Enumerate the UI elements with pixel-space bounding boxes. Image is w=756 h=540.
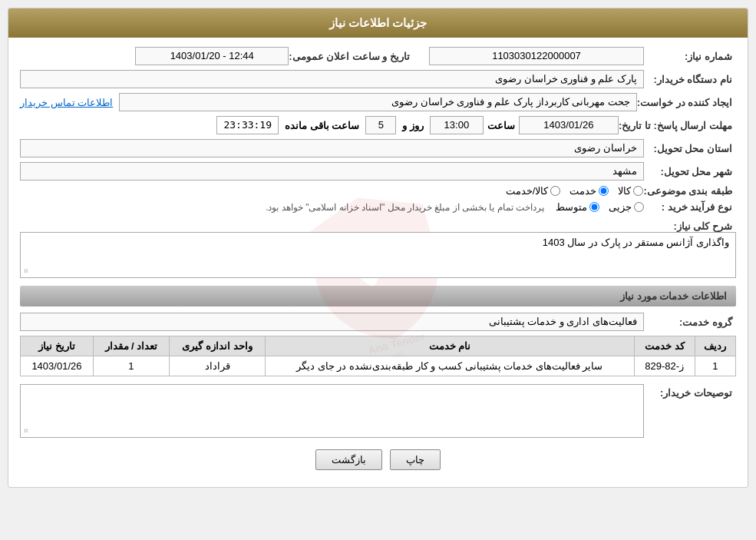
need-number-value: 1103030122000007 xyxy=(429,47,644,65)
service-group-value: فعالیت‌های اداری و خدمات پشتیبانی xyxy=(20,313,644,331)
table-row: 1 ز-82-829 سایر فعالیت‌های خدمات پشتیبان… xyxy=(21,356,736,376)
province-row: استان محل تحویل: خراسان رضوی xyxy=(20,139,736,157)
cell-service-code: ز-82-829 xyxy=(634,356,695,376)
col-quantity: تعداد / مقدار xyxy=(93,336,169,356)
purchase-type-jozi-label: جزیی xyxy=(609,201,632,213)
province-label: استان محل تحویل: xyxy=(644,143,736,154)
city-label: شهر محل تحویل: xyxy=(644,166,736,177)
category-row: طبقه بندی موضوعی: کالا خدمت کالا/خدمت xyxy=(20,185,736,197)
purchase-type-row: نوع فرآیند خرید : جزیی متوسط پرداخت تمام… xyxy=(20,201,736,213)
cell-row-num: 1 xyxy=(695,356,735,376)
province-value: خراسان رضوی xyxy=(20,139,644,157)
category-khedmat-label: خدمت xyxy=(569,185,596,197)
creator-row: ایجاد کننده در خواست: جحت مهربانی کاربرد… xyxy=(20,93,736,111)
action-buttons: چاپ بازگشت xyxy=(20,449,736,470)
purchase-type-motavasset-label: متوسط xyxy=(556,201,587,213)
buyer-org-value: پارک علم و فناوری خراسان رضوی xyxy=(20,70,644,88)
col-unit: واحد اندازه گیری xyxy=(170,336,266,356)
remaining-time-label-text: ساعت باقی مانده xyxy=(285,120,359,131)
purchase-type-note: پرداخت تمام یا بخشی از مبلغ خریدار محل "… xyxy=(266,202,544,213)
service-group-label: گروه خدمت: xyxy=(644,316,736,328)
category-option-kala-khedmat[interactable]: کالا/خدمت xyxy=(506,185,561,197)
remaining-days-value: 5 xyxy=(365,116,396,134)
category-kala-label: کالا xyxy=(618,185,631,197)
services-section-header: اطلاعات خدمات مورد نیاز xyxy=(20,286,736,306)
print-button[interactable]: چاپ xyxy=(390,449,441,470)
need-number-row: شماره نیاز: 1103030122000007 تاریخ و ساع… xyxy=(20,47,736,65)
remaining-days-label: روز و xyxy=(402,120,424,131)
category-label: طبقه بندی موضوعی: xyxy=(643,185,736,197)
category-option-khedmat[interactable]: خدمت xyxy=(569,185,609,197)
col-row-num: ردیف xyxy=(695,336,735,356)
col-need-date: تاریخ نیاز xyxy=(21,336,94,356)
deadline-label: مهلت ارسال پاسخ: تا تاریخ: xyxy=(619,120,736,131)
buyer-description-label: توصیحات خریدار: xyxy=(644,384,736,399)
services-table: ردیف کد خدمت نام خدمت واحد اندازه گیری ت… xyxy=(20,336,736,376)
city-value: مشهد xyxy=(20,162,644,181)
service-group-row: گروه خدمت: فعالیت‌های اداری و خدمات پشتی… xyxy=(20,313,736,331)
general-description-label: شرح کلی نیاز: xyxy=(644,217,736,232)
category-radio-group: کالا خدمت کالا/خدمت xyxy=(506,185,644,197)
buyer-org-row: نام دستگاه خریدار: پارک علم و فناوری خرا… xyxy=(20,70,736,88)
deadline-date-value: 1403/01/26 xyxy=(519,116,619,134)
buyer-description-value[interactable] xyxy=(20,384,644,438)
city-row: شهر محل تحویل: مشهد xyxy=(20,162,736,181)
purchase-type-motavasset[interactable]: متوسط xyxy=(556,201,599,213)
page-title: جزئیات اطلاعات نیاز xyxy=(8,8,748,38)
creator-label: ایجاد کننده در خواست: xyxy=(637,97,736,108)
buyer-description-row: توصیحات خریدار: xyxy=(20,384,736,438)
deadline-row: مهلت ارسال پاسخ: تا تاریخ: 1403/01/26 سا… xyxy=(20,116,736,134)
back-button[interactable]: بازگشت xyxy=(315,449,382,470)
category-option-kala[interactable]: کالا xyxy=(618,185,643,197)
category-kala-khedmat-label: کالا/خدمت xyxy=(506,185,549,197)
general-description-row: شرح کلی نیاز: واگذاری آژانس مستقر در پار… xyxy=(20,217,736,278)
need-number-label: شماره نیاز: xyxy=(644,51,736,62)
purchase-type-label: نوع فرآیند خرید : xyxy=(644,201,736,213)
creator-contact-link[interactable]: اطلاعات تماس خریدار xyxy=(20,97,113,108)
announce-datetime-label: تاریخ و ساعت اعلان عمومی: xyxy=(289,51,414,62)
cell-service-name: سایر فعالیت‌های خدمات پشتیبانی کسب و کار… xyxy=(266,356,635,376)
col-service-code: کد خدمت xyxy=(634,336,695,356)
buyer-org-label: نام دستگاه خریدار: xyxy=(644,74,736,85)
remaining-time-value: 23:33:19 xyxy=(216,116,279,134)
deadline-time-value: 13:00 xyxy=(430,116,484,134)
announce-datetime-value: 1403/01/20 - 12:44 xyxy=(135,47,289,65)
cell-unit: قراداد xyxy=(170,356,266,376)
general-description-value: واگذاری آژانس مستقر در پارک در سال 1403 xyxy=(20,232,736,278)
cell-need-date: 1403/01/26 xyxy=(21,356,94,376)
col-service-name: نام خدمت xyxy=(266,336,635,356)
creator-value: جحت مهربانی کاربرداز پارک علم و فناوری خ… xyxy=(119,93,637,111)
deadline-time-label: ساعت xyxy=(487,120,515,131)
purchase-type-jozi[interactable]: جزیی xyxy=(609,201,644,213)
cell-quantity: 1 xyxy=(93,356,169,376)
purchase-type-radio-group: جزیی متوسط xyxy=(556,201,644,213)
